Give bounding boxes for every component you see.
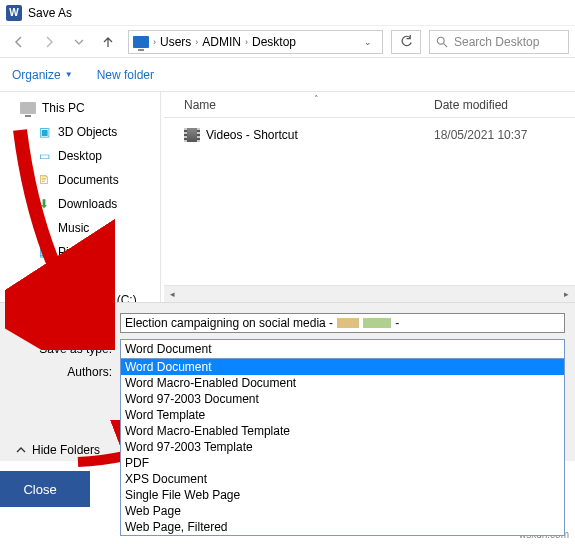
- type-option[interactable]: XPS Document: [121, 471, 564, 487]
- horizontal-scrollbar[interactable]: ◂ ▸: [164, 285, 575, 302]
- arrow-left-icon: [12, 35, 26, 49]
- file-pane: ˄ Name Date modified Videos - Shortcut 1…: [164, 92, 575, 302]
- arrow-right-icon: [42, 35, 56, 49]
- column-headers[interactable]: ˄ Name Date modified: [164, 92, 575, 118]
- type-selected-value: Word Document: [121, 340, 564, 358]
- chevron-right-icon: ›: [195, 37, 198, 47]
- search-input[interactable]: Search Desktop: [429, 30, 569, 54]
- search-placeholder: Search Desktop: [454, 35, 539, 49]
- type-option[interactable]: Word 97-2003 Template: [121, 439, 564, 455]
- hide-folders-button[interactable]: Hide Folders: [10, 439, 106, 461]
- crumb-users[interactable]: Users: [160, 35, 191, 49]
- tree-3d-objects[interactable]: ▣3D Objects: [0, 120, 160, 144]
- tree-label: Desktop: [58, 149, 102, 163]
- tree-pictures[interactable]: ▦Pictures: [0, 240, 160, 264]
- nav-bar: › Users › ADMIN › Desktop ⌄ Search Deskt…: [0, 26, 575, 58]
- filename-label: File name:: [10, 316, 120, 330]
- tree-videos[interactable]: ▶Videos: [0, 264, 160, 288]
- caret-down-icon: ▼: [65, 70, 73, 79]
- col-name[interactable]: Name: [164, 98, 434, 112]
- tree-label: 3D Objects: [58, 125, 117, 139]
- address-bar[interactable]: › Users › ADMIN › Desktop ⌄: [128, 30, 383, 54]
- tree-downloads[interactable]: ⬇Downloads: [0, 192, 160, 216]
- toolbar: Organize ▼ New folder: [0, 58, 575, 92]
- tree-label: Documents: [58, 173, 119, 187]
- address-dropdown[interactable]: ⌄: [358, 37, 378, 47]
- type-option[interactable]: Word Document: [121, 359, 564, 375]
- authors-label: Authors:: [10, 365, 120, 379]
- video-shortcut-icon: [184, 128, 200, 142]
- scroll-left-icon[interactable]: ◂: [164, 286, 181, 303]
- file-date: 18/05/2021 10:37: [434, 128, 575, 142]
- type-option[interactable]: Web Page, Filtered: [121, 519, 564, 535]
- new-folder-label: New folder: [97, 68, 154, 82]
- organize-menu[interactable]: Organize ▼: [12, 68, 73, 82]
- type-option[interactable]: Web Page: [121, 503, 564, 519]
- save-form-panel: File name: Election campaigning on socia…: [0, 302, 575, 461]
- col-date[interactable]: Date modified: [434, 98, 575, 112]
- svg-point-0: [437, 37, 444, 44]
- refresh-button[interactable]: [391, 30, 421, 54]
- recent-dropdown[interactable]: [66, 30, 92, 54]
- title-bar: W Save As: [0, 0, 575, 26]
- chevron-right-icon: ›: [153, 37, 156, 47]
- tree-documents[interactable]: 🖹Documents: [0, 168, 160, 192]
- type-option[interactable]: Single File Web Page: [121, 487, 564, 503]
- crumb-admin[interactable]: ADMIN: [202, 35, 241, 49]
- tree-label: This PC: [42, 101, 85, 115]
- close-button[interactable]: Close: [0, 471, 90, 507]
- save-as-type-label: Save as type:: [10, 342, 120, 356]
- refresh-icon: [400, 35, 413, 48]
- file-name: Videos - Shortcut: [206, 128, 298, 142]
- new-folder-button[interactable]: New folder: [97, 68, 154, 82]
- hide-folders-label: Hide Folders: [32, 443, 100, 457]
- tree-label: Local Disk (C:): [58, 293, 137, 302]
- type-option[interactable]: Word 97-2003 Document: [121, 391, 564, 407]
- search-icon: [436, 36, 448, 48]
- forward-button[interactable]: [36, 30, 62, 54]
- tree-this-pc[interactable]: This PC: [0, 96, 160, 120]
- redacted-text: [363, 318, 391, 328]
- music-icon: ♪: [36, 220, 52, 236]
- nav-tree[interactable]: This PC ▣3D Objects ▭Desktop 🖹Documents …: [0, 92, 160, 302]
- type-dropdown-list[interactable]: Word Document Word Macro-Enabled Documen…: [120, 358, 565, 536]
- chevron-down-icon: [74, 37, 84, 47]
- tree-label: Pictures: [58, 245, 101, 259]
- document-icon: 🖹: [36, 172, 52, 188]
- type-option[interactable]: Word Macro-Enabled Template: [121, 423, 564, 439]
- tree-music[interactable]: ♪Music: [0, 216, 160, 240]
- picture-icon: ▦: [36, 244, 52, 260]
- sort-indicator-icon: ˄: [314, 94, 319, 104]
- word-app-icon: W: [6, 5, 22, 21]
- chevron-up-icon: [16, 445, 26, 455]
- filename-trailing-dash: -: [395, 316, 399, 330]
- back-button[interactable]: [6, 30, 32, 54]
- pc-icon: [20, 100, 36, 116]
- tree-label: Music: [58, 221, 89, 235]
- save-as-type-select[interactable]: Word Document Word Document Word Macro-E…: [120, 339, 565, 359]
- scroll-right-icon[interactable]: ▸: [558, 286, 575, 303]
- tree-local-disk[interactable]: ▤Local Disk (C:): [0, 288, 160, 302]
- tree-label: Downloads: [58, 197, 117, 211]
- organize-label: Organize: [12, 68, 61, 82]
- type-option[interactable]: Word Template: [121, 407, 564, 423]
- crumb-desktop[interactable]: Desktop: [252, 35, 296, 49]
- desktop-icon: ▭: [36, 148, 52, 164]
- video-icon: ▶: [36, 268, 52, 284]
- file-row[interactable]: Videos - Shortcut 18/05/2021 10:37: [164, 124, 575, 146]
- type-option[interactable]: Word Macro-Enabled Document: [121, 375, 564, 391]
- up-button[interactable]: [96, 30, 120, 54]
- filename-input[interactable]: Election campaigning on social media - -: [120, 313, 565, 333]
- close-label: Close: [23, 482, 56, 497]
- chevron-right-icon: ›: [245, 37, 248, 47]
- file-list[interactable]: Videos - Shortcut 18/05/2021 10:37: [164, 118, 575, 285]
- arrow-up-icon: [101, 35, 115, 49]
- window-title: Save As: [28, 6, 72, 20]
- cube-icon: ▣: [36, 124, 52, 140]
- type-option-pdf[interactable]: PDF: [121, 455, 564, 471]
- tree-desktop[interactable]: ▭Desktop: [0, 144, 160, 168]
- explorer-body: This PC ▣3D Objects ▭Desktop 🖹Documents …: [0, 92, 575, 302]
- pc-icon: [133, 36, 149, 48]
- filename-value: Election campaigning on social media -: [125, 316, 333, 330]
- tree-label: Videos: [58, 269, 94, 283]
